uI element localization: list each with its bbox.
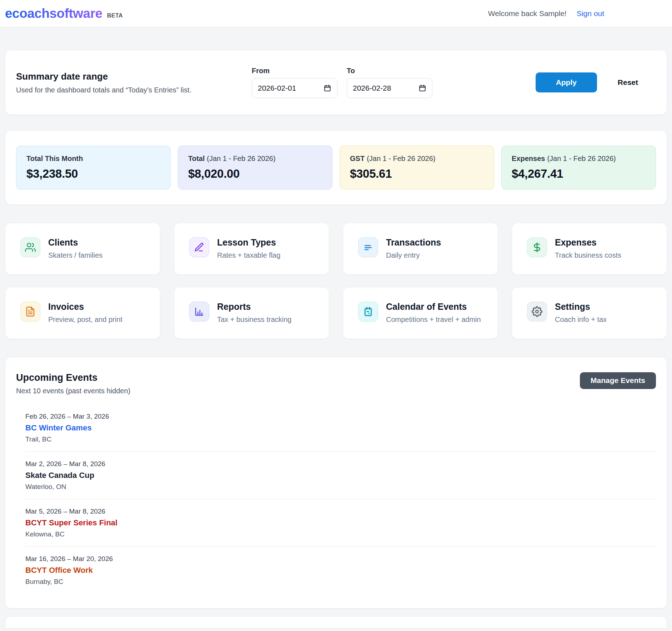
event-list: Feb 26, 2026 – Mar 3, 2026 BC Winter Gam… [16, 404, 656, 594]
to-date-value: 2026-02-28 [353, 84, 391, 92]
sign-out-link[interactable]: Sign out [577, 9, 604, 18]
nav-card-clients[interactable]: Clients Skaters / families [5, 223, 160, 275]
nav-card-title: Lesson Types [217, 237, 280, 248]
event-location: Trail, BC [25, 435, 656, 443]
app-header: ecoachsoftware BETA Welcome back Sample!… [0, 0, 672, 27]
event-name[interactable]: BCYT Super Series Final [25, 518, 656, 527]
summary-title: Summary date range [16, 71, 252, 82]
event-item: Mar 5, 2026 – Mar 8, 2026 BCYT Super Ser… [25, 499, 656, 546]
file-invoice-icon [20, 302, 40, 322]
events-title: Upcoming Events [16, 372, 130, 383]
to-field: To 2026-02-28 [347, 67, 432, 98]
calendar-picker-icon[interactable] [418, 84, 426, 92]
nav-card-subtitle: Daily entry [386, 250, 441, 260]
stat-value: $305.61 [350, 167, 484, 181]
from-label: From [252, 67, 337, 75]
welcome-text: Welcome back Sample! [488, 9, 567, 18]
from-field: From 2026-02-01 [252, 67, 337, 98]
summary-subtitle: Used for the dashboard totals and “Today… [16, 86, 252, 94]
nav-card-subtitle: Preview, post, and print [48, 314, 122, 324]
event-dates: Mar 2, 2026 – Mar 8, 2026 [25, 460, 656, 468]
stat-gst: GST(Jan 1 - Feb 26 2026) $305.61 [340, 146, 494, 190]
stat-label: Total This Month [26, 155, 160, 163]
apply-button[interactable]: Apply [536, 72, 597, 92]
event-item: Mar 16, 2026 – Mar 20, 2026 BCYT Office … [25, 546, 656, 594]
nav-card-title: Calendar of Events [386, 302, 481, 312]
stat-total-range: Total(Jan 1 - Feb 26 2026) $8,020.00 [178, 146, 332, 190]
event-dates: Mar 5, 2026 – Mar 8, 2026 [25, 508, 656, 515]
nav-card-subtitle: Rates + taxable flag [217, 250, 280, 260]
event-name[interactable]: BCYT Office Work [25, 566, 656, 575]
next-section-card [5, 616, 667, 629]
summary-date-range-card: Summary date range Used for the dashboar… [5, 50, 667, 115]
stat-value: $8,020.00 [188, 167, 322, 181]
bar-chart-icon [189, 302, 209, 322]
nav-grid: Clients Skaters / families Lesson Types … [5, 223, 667, 339]
reset-button[interactable]: Reset [618, 72, 638, 92]
nav-card-title: Reports [217, 302, 291, 312]
event-name[interactable]: BC Winter Games [25, 423, 656, 433]
app-logo[interactable]: ecoachsoftware [5, 7, 102, 20]
upcoming-events-card: Upcoming Events Next 10 events (past eve… [5, 357, 667, 609]
nav-card-calendar-of-events[interactable]: Calendar of Events Competitions + travel… [343, 287, 498, 339]
stat-value: $4,267.41 [512, 167, 646, 181]
event-dates: Mar 16, 2026 – Mar 20, 2026 [25, 555, 656, 563]
event-name[interactable]: Skate Canada Cup [25, 471, 656, 480]
event-item: Feb 26, 2026 – Mar 3, 2026 BC Winter Gam… [25, 404, 656, 451]
event-location: Burnaby, BC [25, 578, 656, 586]
stat-expenses: Expenses(Jan 1 - Feb 26 2026) $4,267.41 [501, 146, 656, 190]
list-lines-icon [358, 237, 378, 257]
to-label: To [347, 67, 432, 75]
nav-card-title: Clients [48, 237, 102, 248]
summary-totals-card: Total This Month $3,238.50 Total(Jan 1 -… [5, 130, 667, 205]
event-location: Waterloo, ON [25, 483, 656, 491]
stat-label: Expenses(Jan 1 - Feb 26 2026) [512, 155, 646, 163]
calendar-picker-icon[interactable] [324, 84, 331, 92]
stat-total-this-month: Total This Month $3,238.50 [16, 146, 171, 190]
nav-card-reports[interactable]: Reports Tax + business tracking [174, 287, 329, 339]
gear-icon [527, 302, 547, 322]
from-date-input[interactable]: 2026-02-01 [252, 78, 337, 98]
to-date-input[interactable]: 2026-02-28 [347, 78, 432, 98]
beta-badge: BETA [107, 12, 123, 20]
manage-events-button[interactable]: Manage Events [580, 372, 656, 389]
nav-card-expenses[interactable]: Expenses Track business costs [512, 223, 667, 275]
nav-card-lesson-types[interactable]: Lesson Types Rates + taxable flag [174, 223, 329, 275]
nav-card-subtitle: Tax + business tracking [217, 314, 291, 324]
pencil-icon [189, 237, 209, 257]
nav-card-settings[interactable]: Settings Coach info + tax [512, 287, 667, 339]
nav-card-title: Expenses [555, 237, 621, 248]
stat-label: GST(Jan 1 - Feb 26 2026) [350, 155, 484, 163]
brand: ecoachsoftware BETA [5, 7, 123, 20]
stat-label: Total(Jan 1 - Feb 26 2026) [188, 155, 322, 163]
event-location: Kelowna, BC [25, 530, 656, 538]
dollar-icon [527, 237, 547, 257]
users-icon [20, 237, 40, 257]
nav-card-subtitle: Track business costs [555, 250, 621, 260]
nav-card-title: Settings [555, 302, 607, 312]
nav-card-subtitle: Competitions + travel + admin [386, 314, 481, 324]
event-dates: Feb 26, 2026 – Mar 3, 2026 [25, 413, 656, 420]
nav-card-title: Transactions [386, 237, 441, 248]
calendar-icon [358, 302, 378, 322]
nav-card-transactions[interactable]: Transactions Daily entry [343, 223, 498, 275]
nav-card-title: Invoices [48, 302, 122, 312]
event-item: Mar 2, 2026 – Mar 8, 2026 Skate Canada C… [25, 451, 656, 499]
stat-value: $3,238.50 [26, 167, 160, 181]
nav-card-subtitle: Skaters / families [48, 250, 102, 260]
nav-card-subtitle: Coach info + tax [555, 314, 607, 324]
events-subtitle: Next 10 events (past events hidden) [16, 387, 130, 395]
nav-card-invoices[interactable]: Invoices Preview, post, and print [5, 287, 160, 339]
from-date-value: 2026-02-01 [258, 84, 296, 92]
